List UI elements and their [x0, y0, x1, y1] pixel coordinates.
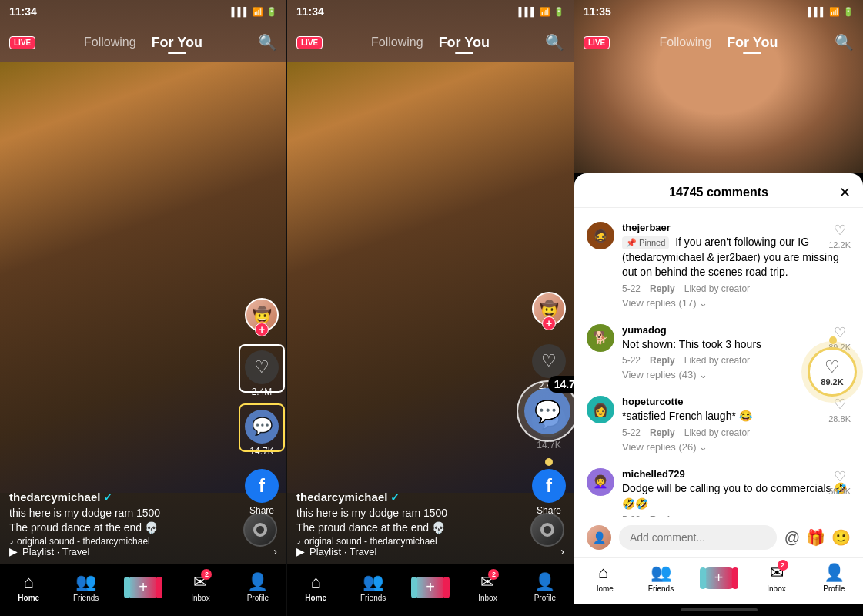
third-friends-icon: 👥	[651, 563, 671, 583]
caption-username-2[interactable]: thedarcymichael ✓	[296, 490, 520, 504]
comment-reply-3[interactable]: Reply	[650, 427, 675, 438]
comment-username-3[interactable]: hopeturcotte	[622, 396, 851, 407]
friends-icon-2: 👥	[363, 572, 383, 592]
comment-reply-2[interactable]: Reply	[650, 355, 675, 366]
action-buttons-2: 🤠 + ♡ 2.4M 💬 14.7K 💬 14.7K f Share	[532, 292, 566, 516]
top-nav-1: LIVE Following For You 🔍	[0, 23, 286, 62]
share-btn-2[interactable]: f Share	[532, 469, 566, 516]
phone-panel-3: 11:35 ▌▌▌ 📶 🔋 LIVE Following For You 🔍 1…	[574, 0, 863, 616]
comment-like-4[interactable]: ♡ 50.9K	[828, 468, 851, 496]
third-profile-icon: 👤	[824, 563, 845, 583]
nav-home-2[interactable]: ⌂ Home	[287, 572, 344, 602]
playlist-bar-1[interactable]: ▶ Playlist · Travel ›	[0, 539, 286, 564]
comment-btn-container-2: 💬 14.7K 💬 14.7K	[532, 403, 566, 450]
nav-create-2[interactable]: +	[402, 577, 459, 598]
inbox-label-1: Inbox	[191, 594, 209, 602]
facebook-icon-1: f	[245, 469, 279, 503]
bottom-nav-1: ⌂ Home 👥 Friends + ✉ 2 Inbox 👤 Profile	[0, 564, 286, 616]
profile-icon-1: 👤	[247, 572, 268, 592]
third-nav-create[interactable]: +	[690, 567, 748, 589]
nav-profile-1[interactable]: 👤 Profile	[229, 572, 286, 602]
close-icon[interactable]: ✕	[839, 184, 851, 201]
friends-label-2: Friends	[360, 594, 386, 602]
comment-reply-4[interactable]: Reply	[650, 514, 675, 517]
comment-reply-1[interactable]: Reply	[650, 283, 675, 294]
comment-item-1: 🧔 thejerbaer 📌 Pinned If you aren't foll…	[574, 214, 863, 316]
foryou-tab-2[interactable]: For You	[439, 35, 490, 51]
live-badge-2[interactable]: LIVE	[296, 36, 323, 49]
search-icon-2[interactable]: 🔍	[545, 33, 564, 52]
comment-date-4: 5-22	[622, 514, 641, 517]
nav-inbox-2[interactable]: ✉ 2 Inbox	[459, 572, 516, 602]
signal-icon-3: ▌▌▌	[808, 7, 826, 16]
share-label-2: Share	[537, 505, 561, 516]
third-nav-home[interactable]: ⌂ Home	[574, 563, 632, 593]
third-nav-inbox[interactable]: ✉ 2 Inbox	[748, 563, 805, 593]
caption-desc-2: The proud dance at the end 💀	[296, 521, 520, 534]
comment-input-field[interactable]	[619, 525, 777, 550]
create-button-1[interactable]: +	[127, 577, 159, 598]
comment-text-4: Dodge will be calling you to do commerci…	[622, 481, 851, 511]
battery-icon-2: 🔋	[554, 7, 564, 17]
nav-profile-2[interactable]: 👤 Profile	[517, 572, 574, 602]
profile-label-2: Profile	[534, 594, 556, 602]
caption-text-1: this here is my dodge ram 1500	[9, 507, 232, 519]
following-tab-1[interactable]: Following	[84, 35, 136, 49]
foryou-tab-3[interactable]: For You	[727, 35, 778, 51]
nav-friends-2[interactable]: 👥 Friends	[344, 572, 401, 602]
inbox-badge-1: 2	[201, 569, 212, 580]
nav-home-1[interactable]: ⌂ Home	[0, 572, 57, 602]
nav-friends-1[interactable]: 👥 Friends	[57, 572, 114, 602]
third-create-button[interactable]: +	[703, 567, 735, 589]
comment-btn-container-1: 💬 14.7K	[245, 410, 279, 457]
following-tab-3[interactable]: Following	[660, 35, 712, 49]
third-inbox-icon: ✉ 2	[770, 563, 784, 583]
comment-text-1: 📌 Pinned If you aren't following our IG …	[622, 235, 851, 280]
share-btn-1[interactable]: f Share	[245, 469, 279, 516]
playlist-icon-1: ▶	[9, 545, 18, 557]
gift-icon[interactable]: 🎁	[806, 528, 825, 547]
signal-icon-2: ▌▌▌	[519, 7, 537, 16]
comment-avatar-1: 🧔	[587, 222, 614, 249]
wifi-icon-1: 📶	[253, 7, 263, 17]
comment-like-1[interactable]: ♡ 12.2K	[828, 222, 851, 249]
foryou-tab-1[interactable]: For You	[152, 35, 202, 51]
action-buttons-1: 🤠 + ♡ 2.4M 💬 14.7K f Share	[245, 298, 279, 516]
like-highlight-box-1	[239, 344, 285, 393]
third-nav-friends[interactable]: 👥 Friends	[632, 563, 690, 593]
search-icon-3[interactable]: 🔍	[835, 33, 854, 52]
comment-username-4[interactable]: michelled729	[622, 468, 851, 480]
nav-create-1[interactable]: +	[115, 577, 172, 598]
comment-username-2[interactable]: yumadog	[622, 324, 851, 336]
view-replies-1[interactable]: View replies (17) ⌄	[622, 297, 851, 309]
live-badge-1[interactable]: LIVE	[9, 36, 35, 49]
comments-sheet: 14745 comments ✕ 🧔 thejerbaer 📌 Pinned I…	[574, 173, 863, 616]
comment-item-3: 👩 hopeturcotte *satisfied French laugh* …	[574, 388, 863, 460]
creator-avatar-1[interactable]: 🤠 +	[245, 298, 279, 332]
create-button-2[interactable]: +	[414, 577, 447, 598]
playlist-bar-2[interactable]: ▶ Playlist · Travel ›	[287, 539, 574, 564]
creator-avatar-2[interactable]: 🤠 +	[532, 292, 566, 326]
caption-text-2: this here is my dodge ram 1500	[296, 507, 520, 519]
caption-username-1[interactable]: thedarcymichael ✓	[9, 490, 232, 504]
comment-avatar-2: 🐕	[587, 324, 614, 352]
third-nav-profile[interactable]: 👤 Profile	[805, 563, 863, 593]
emoji-icon[interactable]: 🙂	[831, 528, 851, 547]
view-replies-3[interactable]: View replies (26) ⌄	[622, 441, 851, 453]
profile-icon-2: 👤	[534, 572, 555, 592]
comment-like-3[interactable]: ♡ 28.8K	[828, 396, 851, 424]
search-icon-1[interactable]: 🔍	[258, 33, 277, 52]
nav-inbox-1[interactable]: ✉ 2 Inbox	[172, 572, 229, 602]
facebook-icon-2: f	[532, 469, 566, 503]
comments-title: 14745 comments	[669, 186, 768, 199]
music-disc-inner-1	[253, 523, 267, 537]
like-count-display-1: 12.2K	[828, 240, 851, 249]
like-count-display-4: 50.9K	[828, 487, 851, 496]
comment-username-1[interactable]: thejerbaer	[622, 222, 851, 233]
status-bar-1: 11:34 ▌▌▌ 📶 🔋	[0, 0, 286, 23]
verified-badge-1: ✓	[103, 491, 112, 504]
comments-list[interactable]: 🧔 thejerbaer 📌 Pinned If you aren't foll…	[574, 208, 863, 517]
at-icon[interactable]: @	[784, 529, 800, 547]
following-tab-2[interactable]: Following	[371, 35, 423, 49]
live-badge-3[interactable]: LIVE	[584, 36, 610, 49]
